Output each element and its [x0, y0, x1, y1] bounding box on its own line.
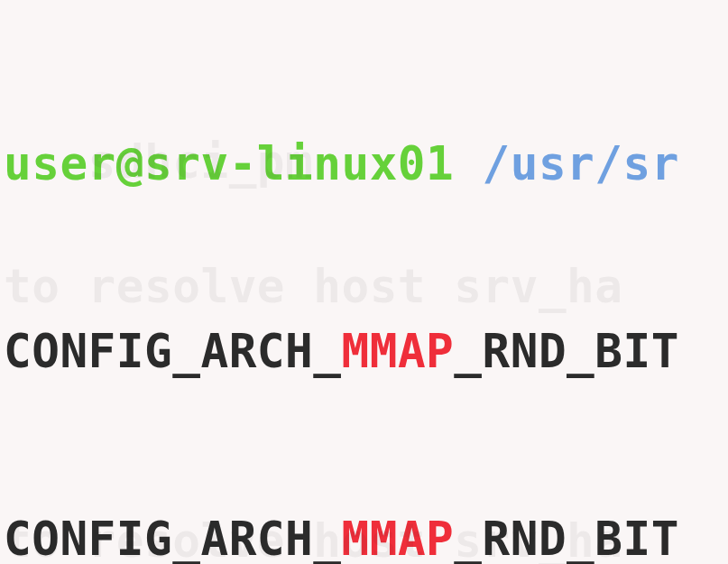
prompt-sep [454, 137, 482, 190]
line-post: _RND_BIT [454, 513, 679, 564]
output-line: CONFIG_ARCH_MMAP_RND_BIT [4, 508, 728, 564]
line-pre: CONFIG_ARCH_ [4, 513, 341, 564]
grep-highlight: MMAP [341, 325, 454, 378]
prompt-line: user@srv-linux01 /usr/sr [4, 133, 728, 195]
line-pre: CONFIG_ARCH_ [4, 325, 341, 378]
terminal-output: user@srv-linux01 /usr/sr CONFIG_ARCH_MMA… [0, 0, 728, 564]
line-post: _RND_BIT [454, 325, 679, 378]
grep-highlight: MMAP [341, 513, 454, 564]
prompt-path: /usr/sr [483, 137, 679, 190]
prompt-user: user@srv-linux01 [4, 137, 454, 190]
output-line: CONFIG_ARCH_MMAP_RND_BIT [4, 320, 728, 383]
